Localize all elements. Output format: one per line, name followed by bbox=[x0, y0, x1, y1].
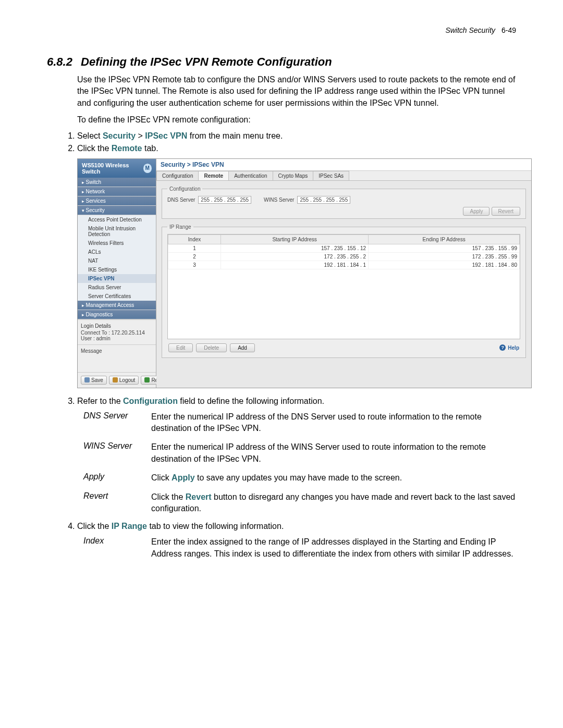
col-ending-ip: Ending IP Address bbox=[369, 235, 520, 244]
tab-configuration[interactable]: Configuration bbox=[156, 171, 199, 180]
add-button[interactable]: Add bbox=[230, 343, 255, 352]
tab-authentication[interactable]: Authentication bbox=[228, 171, 273, 180]
table-row[interactable]: 2 172 . 235 . 255 . 2 172 . 235 . 255 . … bbox=[168, 252, 520, 261]
nav-mobile-unit-intrusion[interactable]: Mobile Unit Intrusion Detection bbox=[78, 224, 156, 239]
menu-ipsec-vpn: IPSec VPN bbox=[145, 131, 187, 140]
col-index: Index bbox=[168, 235, 221, 244]
refresh-icon bbox=[144, 377, 150, 382]
def-apply: Apply Click Apply to save any updates yo… bbox=[83, 472, 516, 484]
user-value: admin bbox=[96, 336, 110, 341]
nav-wireless-filters[interactable]: Wireless Filters bbox=[78, 239, 156, 248]
tab-remote[interactable]: Remote bbox=[198, 171, 229, 180]
user-label: User : bbox=[81, 336, 95, 341]
message-panel: Message bbox=[78, 344, 156, 372]
login-header: Login Details bbox=[81, 323, 153, 330]
def-dns-server: DNS Server Enter the numerical IP addres… bbox=[83, 411, 516, 435]
nav-radius-server[interactable]: Radius Server bbox=[78, 283, 156, 292]
running-section: Switch Security bbox=[445, 26, 495, 34]
nav-management-access[interactable]: Management Access bbox=[78, 301, 156, 310]
ip-range-group: IP Range Index Starting IP Address Endin… bbox=[162, 224, 526, 358]
nav-diagnostics[interactable]: Diagnostics bbox=[78, 310, 156, 319]
field-configuration-ref: Configuration bbox=[123, 397, 178, 405]
nav-services[interactable]: Services bbox=[78, 196, 156, 206]
def-index: Index Enter the index assigned to the ra… bbox=[83, 536, 516, 560]
nav-security[interactable]: Security bbox=[78, 206, 156, 215]
login-details: Login Details Connect To : 172.20.25.114… bbox=[78, 319, 156, 344]
logout-icon bbox=[113, 377, 118, 382]
save-icon bbox=[84, 377, 90, 382]
table-row[interactable]: 3 192 . 181 . 184 . 1 192 . 181 . 184 . … bbox=[168, 261, 520, 269]
field-ip-range-ref: IP Range bbox=[112, 522, 147, 530]
apply-button[interactable]: Apply bbox=[463, 207, 489, 216]
dns-server-input[interactable]: 255 . 255 . 255 . 255 bbox=[198, 196, 251, 204]
def-revert: Revert Click the Revert button to disreg… bbox=[83, 491, 516, 515]
logout-button[interactable]: Logout bbox=[109, 376, 139, 385]
wins-server-label: WINS Server bbox=[264, 197, 294, 203]
running-page: 6-49 bbox=[501, 26, 516, 34]
section-heading: Defining the IPSec VPN Remote Configurat… bbox=[81, 55, 332, 68]
wins-server-input[interactable]: 255 . 255 . 255 . 255 bbox=[297, 196, 350, 204]
tab-remote-ref: Remote bbox=[112, 144, 142, 153]
nav-nat[interactable]: NAT bbox=[78, 256, 156, 265]
intro-paragraph: Use the IPSec VPN Remote tab to configur… bbox=[77, 74, 516, 109]
menu-security: Security bbox=[103, 131, 136, 140]
message-header: Message bbox=[81, 348, 102, 354]
nav-access-point-detection[interactable]: Access Point Detection bbox=[78, 215, 156, 224]
breadcrumb: Security > IPSec VPN bbox=[156, 159, 531, 171]
delete-button[interactable]: Delete bbox=[196, 343, 227, 352]
help-button[interactable]: ? Help bbox=[499, 343, 519, 352]
nav-switch[interactable]: Switch bbox=[78, 178, 156, 187]
switch-title: WS5100 Wireless Switch bbox=[82, 162, 143, 175]
section-number: 6.8.2 bbox=[47, 55, 72, 68]
ip-range-table: Index Starting IP Address Ending IP Addr… bbox=[168, 235, 520, 269]
table-row[interactable]: 1 157 . 235 . 155 . 12 157 . 235 . 155 .… bbox=[168, 244, 520, 252]
lead-in: To define the IPSEc VPN remote configura… bbox=[77, 114, 516, 126]
step-1: Select Security > IPSec VPN from the mai… bbox=[77, 131, 516, 141]
nav-server-certificates[interactable]: Server Certificates bbox=[78, 292, 156, 301]
edit-button[interactable]: Edit bbox=[168, 343, 193, 352]
step-2: Click the Remote tab. bbox=[77, 144, 516, 153]
brand-badge-icon: M bbox=[143, 164, 152, 173]
ip-range-legend: IP Range bbox=[167, 224, 193, 230]
section-title: 6.8.2 Defining the IPSec VPN Remote Conf… bbox=[47, 55, 516, 69]
tab-crypto-maps[interactable]: Crypto Maps bbox=[273, 171, 314, 180]
nav-network[interactable]: Network bbox=[78, 187, 156, 196]
col-starting-ip: Starting IP Address bbox=[221, 235, 369, 244]
save-button[interactable]: Save bbox=[81, 376, 107, 385]
tab-ipsec-sas[interactable]: IPSec SAs bbox=[313, 171, 349, 180]
embedded-screenshot: WS5100 Wireless Switch M Switch Network … bbox=[77, 158, 532, 388]
connect-value: 172.20.25.114 bbox=[112, 330, 145, 336]
help-icon: ? bbox=[499, 344, 506, 351]
step-4: Click the IP Range tab to view the follo… bbox=[77, 522, 516, 531]
nav-acls[interactable]: ACLs bbox=[78, 248, 156, 256]
running-head: Switch Security 6-49 bbox=[47, 26, 516, 34]
connect-label: Connect To : bbox=[81, 330, 110, 336]
configuration-legend: Configuration bbox=[167, 186, 202, 192]
configuration-group: Configuration DNS Server 255 . 255 . 255… bbox=[162, 186, 526, 219]
switch-title-bar: WS5100 Wireless Switch M bbox=[78, 159, 156, 178]
nav-ike-settings[interactable]: IKE Settings bbox=[78, 265, 156, 274]
revert-button[interactable]: Revert bbox=[492, 207, 520, 216]
nav-ipsec-vpn[interactable]: IPSec VPN bbox=[78, 274, 156, 283]
step-3: Refer to the Configuration field to defi… bbox=[77, 397, 516, 406]
def-wins-server: WINS Server Enter the numerical IP addre… bbox=[83, 441, 516, 465]
dns-server-label: DNS Server bbox=[167, 197, 195, 203]
